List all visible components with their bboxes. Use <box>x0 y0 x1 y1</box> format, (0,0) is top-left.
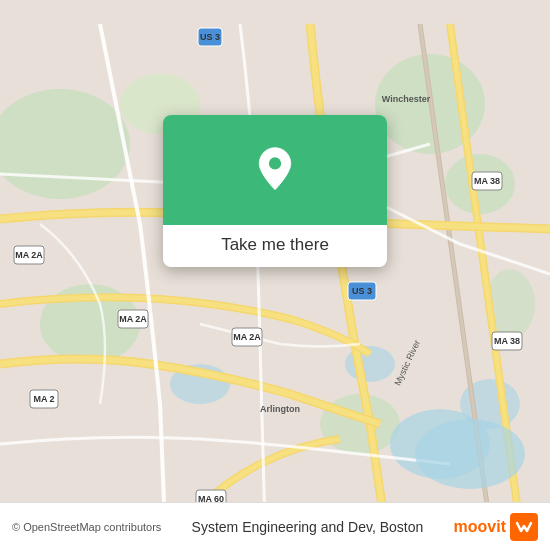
svg-text:MA 38: MA 38 <box>474 176 500 186</box>
bottom-left: © OpenStreetMap contributors <box>12 521 161 533</box>
svg-text:MA 2A: MA 2A <box>15 250 43 260</box>
map-background: US 3 MA 2A MA 2A MA 2A MA 38 MA 38 US 3 … <box>0 0 550 550</box>
moovit-logo: moovit <box>454 513 538 541</box>
svg-text:US 3: US 3 <box>200 32 220 42</box>
moovit-text: moovit <box>454 518 506 536</box>
bottom-bar: © OpenStreetMap contributors System Engi… <box>0 502 550 550</box>
popup-label: Take me there <box>221 235 329 254</box>
svg-text:MA 2A: MA 2A <box>119 314 147 324</box>
svg-text:MA 38: MA 38 <box>494 336 520 346</box>
osm-copyright: © OpenStreetMap contributors <box>12 521 161 533</box>
moovit-icon <box>510 513 538 541</box>
svg-point-5 <box>320 394 400 454</box>
popup-card[interactable]: Take me there <box>163 115 387 267</box>
svg-point-38 <box>415 419 525 489</box>
map-container: US 3 MA 2A MA 2A MA 2A MA 38 MA 38 US 3 … <box>0 0 550 550</box>
location-pin-icon <box>251 146 299 194</box>
svg-text:Winchester: Winchester <box>382 94 431 104</box>
svg-point-39 <box>269 157 281 169</box>
bottom-title: System Engineering and Dev, Boston <box>192 519 424 535</box>
popup-header <box>163 115 387 225</box>
svg-text:MA 2: MA 2 <box>33 394 54 404</box>
svg-text:Arlington: Arlington <box>260 404 300 414</box>
popup-text-area: Take me there <box>163 225 387 267</box>
svg-text:MA 2A: MA 2A <box>233 332 261 342</box>
svg-text:US 3: US 3 <box>352 286 372 296</box>
